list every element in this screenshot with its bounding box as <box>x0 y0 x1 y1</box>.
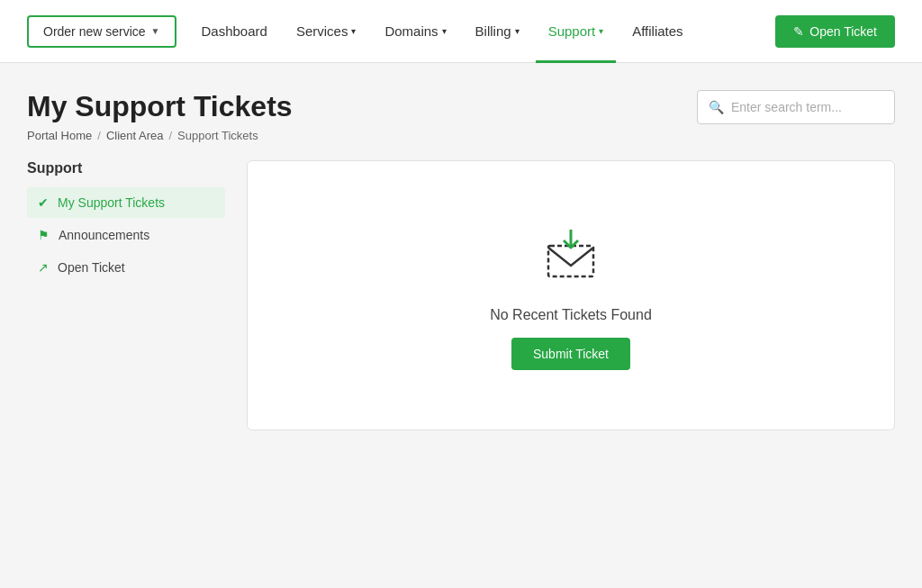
nav-billing-label: Billing <box>475 23 511 39</box>
sidebar-item-announcements[interactable]: ⚑ Announcements <box>27 220 225 250</box>
nav-billing[interactable]: Billing ▾ <box>463 0 532 63</box>
breadcrumb-portal-home[interactable]: Portal Home <box>27 129 92 142</box>
external-link-icon: ↗ <box>38 260 49 275</box>
page-title-block: My Support Tickets Portal Home / Client … <box>27 90 293 142</box>
search-input[interactable] <box>731 100 883 114</box>
open-ticket-label: Open Ticket <box>809 24 877 39</box>
nav-support-label: Support <box>548 23 596 39</box>
main-panel: No Recent Tickets Found Submit Ticket <box>247 160 895 430</box>
nav-dashboard[interactable]: Dashboard <box>189 0 280 63</box>
breadcrumb: Portal Home / Client Area / Support Tick… <box>27 129 293 142</box>
nav-domains[interactable]: Domains ▾ <box>372 0 458 63</box>
sidebar-announcements-label: Announcements <box>59 228 149 242</box>
services-caret: ▾ <box>351 26 356 36</box>
submit-ticket-button[interactable]: Submit Ticket <box>511 338 630 370</box>
sidebar-title: Support <box>27 160 225 176</box>
nav-affiliates[interactable]: Affiliates <box>619 0 695 63</box>
order-new-service-button[interactable]: Order new service ▼ <box>27 15 176 48</box>
nav-dashboard-label: Dashboard <box>202 23 267 39</box>
nav-services-label: Services <box>296 23 348 39</box>
submit-ticket-label: Submit Ticket <box>533 347 609 361</box>
sidebar-open-ticket-label: Open Ticket <box>58 260 125 275</box>
order-btn-label: Order new service <box>43 24 146 39</box>
nav-affiliates-label: Affiliates <box>632 23 682 39</box>
order-btn-caret: ▼ <box>151 26 160 36</box>
billing-caret: ▾ <box>515 26 520 36</box>
navbar: Order new service ▼ Dashboard Services ▾… <box>0 0 922 63</box>
open-ticket-button[interactable]: ✎ Open Ticket <box>775 15 895 48</box>
breadcrumb-current: Support Tickets <box>177 129 258 142</box>
content-area: My Support Tickets Portal Home / Client … <box>0 63 922 457</box>
page-title: My Support Tickets <box>27 90 293 123</box>
svg-rect-0 <box>548 246 593 276</box>
page-header: My Support Tickets Portal Home / Client … <box>27 90 895 142</box>
empty-state-icon <box>535 221 607 293</box>
breadcrumb-sep-2: / <box>168 129 172 142</box>
nav-services[interactable]: Services ▾ <box>284 0 369 63</box>
checkmark-icon: ✔ <box>38 195 49 210</box>
empty-message: No Recent Tickets Found <box>490 307 652 323</box>
pencil-icon: ✎ <box>793 24 804 39</box>
nav-domains-label: Domains <box>384 23 438 39</box>
search-icon: 🔍 <box>709 100 724 114</box>
sidebar: Support ✔ My Support Tickets ⚑ Announcem… <box>27 160 225 285</box>
breadcrumb-sep-1: / <box>97 129 101 142</box>
flag-icon: ⚑ <box>38 228 50 242</box>
nav-support[interactable]: Support ▾ <box>536 0 617 63</box>
breadcrumb-client-area[interactable]: Client Area <box>106 129 164 142</box>
sidebar-item-my-support-tickets[interactable]: ✔ My Support Tickets <box>27 187 225 218</box>
sidebar-item-open-ticket[interactable]: ↗ Open Ticket <box>27 252 225 283</box>
main-layout: Support ✔ My Support Tickets ⚑ Announcem… <box>27 160 895 430</box>
domains-caret: ▾ <box>442 26 447 36</box>
search-box: 🔍 <box>697 90 895 124</box>
empty-state: No Recent Tickets Found Submit Ticket <box>490 221 652 370</box>
sidebar-my-tickets-label: My Support Tickets <box>58 195 165 210</box>
support-caret: ▾ <box>599 26 603 36</box>
